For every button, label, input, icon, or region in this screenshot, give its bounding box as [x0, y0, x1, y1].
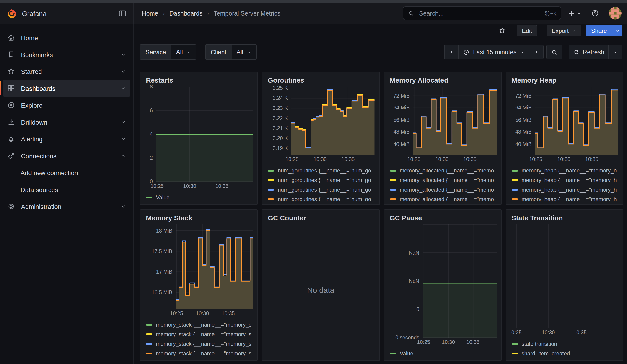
time-forward-button[interactable] [529, 45, 543, 59]
legend-item[interactable]: memory_stack {__name__="memory_s [146, 350, 253, 357]
chart-gc-pause[interactable]: NaNNaN00 seconds10:2510:3010:35Value [389, 224, 497, 357]
add-new-button[interactable] [568, 9, 581, 17]
sidebar-toggle-icon[interactable] [118, 9, 127, 18]
sidebar-item-dashboards[interactable]: Dashboards [3, 80, 130, 97]
legend-item[interactable]: num_goroutines {__name__="num_go [268, 186, 375, 193]
panel-title[interactable]: Restarts [146, 76, 253, 84]
legend-item[interactable]: num_goroutines {__name__="num_go [268, 167, 375, 174]
legend-item[interactable]: memory_allocated {__name__="memo [390, 186, 497, 193]
plot-area[interactable] [535, 87, 619, 155]
service-filter-value[interactable]: All [171, 45, 196, 59]
y-axis-labels: 3.25 K3.24 K3.23 K3.22 K3.21 K3.20 K3.19… [267, 87, 291, 155]
legend-item[interactable]: state transition [512, 340, 619, 347]
panel-title[interactable]: State Transition [512, 214, 619, 222]
legend-item[interactable]: memory_stack {__name__="memory_s [146, 340, 253, 347]
sidebar-item-alerting[interactable]: Alerting [3, 130, 130, 147]
chevron-down-icon [120, 204, 126, 209]
edit-button[interactable]: Edit [517, 25, 537, 37]
sidebar-item-bookmarks[interactable]: Bookmarks [3, 46, 130, 63]
y-axis-labels: 72 MiB64 MiB56 MiB48 MiB40 MiB [389, 87, 413, 155]
sidebar-item-administration[interactable]: Administration [3, 198, 130, 215]
chart-memory-stack[interactable]: 18 MiB17.5 MiB17 MiB16.5 MiB10:2510:3010… [145, 224, 253, 357]
legend-item[interactable]: memory_allocated {__name__="memo [390, 196, 497, 201]
grid-icon [7, 84, 15, 93]
sidebar-item-drilldown[interactable]: Drilldown [3, 113, 130, 130]
sidebar-item-home[interactable]: Home [3, 29, 130, 46]
chart-memory-allocated[interactable]: 72 MiB64 MiB56 MiB48 MiB40 MiB10:2510:30… [389, 87, 497, 201]
legend: memory_allocated {__name__="memomemory_a… [390, 164, 497, 201]
legend-swatch [512, 189, 518, 190]
panel-title[interactable]: Goroutines [268, 76, 375, 84]
legend-item[interactable]: memory_stack {__name__="memory_s [146, 321, 253, 328]
plot-area[interactable] [291, 87, 375, 155]
legend-item[interactable]: memory_heap {__name__="memory_h [512, 186, 619, 193]
legend-item[interactable]: memory_heap {__name__="memory_h [512, 167, 619, 174]
legend-swatch [146, 352, 152, 354]
chart-memory-heap[interactable]: 72 MiB64 MiB56 MiB48 MiB40 MiB10:2510:30… [511, 87, 619, 201]
legend-label: state transition [522, 341, 557, 347]
chart-state-transition[interactable]: 0:2510:3010:35state transitionshard_item… [511, 224, 619, 357]
panel-title[interactable]: GC Pause [390, 214, 497, 222]
plot-area[interactable] [156, 87, 253, 182]
zoom-out-button[interactable] [546, 45, 562, 59]
plot-area[interactable] [511, 224, 619, 328]
refresh-button[interactable]: Refresh [568, 45, 609, 59]
legend-item[interactable]: memory_allocated {__name__="memo [390, 167, 497, 174]
export-button[interactable]: Export [547, 25, 581, 37]
search-input[interactable] [418, 9, 541, 17]
sidebar-item-add-new-connection[interactable]: Add new connection [3, 164, 130, 181]
legend-item[interactable]: num_goroutines {__name__="num_go [268, 177, 375, 183]
chevron-down-icon [520, 50, 525, 54]
brand-name: Grafana [22, 9, 113, 17]
chart-restarts[interactable]: 8642010:2510:3010:35Value [145, 87, 253, 201]
legend-item[interactable]: memory_heap {__name__="memory_h [512, 196, 619, 201]
legend-swatch [512, 198, 518, 200]
panel-title[interactable]: Memory Heap [512, 76, 619, 84]
time-range-picker[interactable]: Last 15 minutes [459, 45, 529, 59]
clock-icon [463, 49, 470, 55]
legend-label: memory_heap {__name__="memory_h [522, 186, 617, 193]
sidebar-item-label: Dashboards [21, 85, 55, 92]
sidebar-item-starred[interactable]: Starred [3, 63, 130, 80]
legend-swatch [390, 169, 396, 171]
share-button[interactable]: Share [586, 25, 612, 37]
panel-title[interactable]: Memory Stack [146, 214, 253, 222]
legend-item[interactable]: num_goroutines {__name__="num_go [268, 196, 375, 201]
refresh-interval-dropdown[interactable] [608, 45, 623, 59]
avatar[interactable] [609, 7, 622, 20]
sidebar-item-label: Home [21, 34, 38, 41]
top-navigation: Grafana Home › Dashboards › Temporal Ser… [0, 3, 627, 24]
plot-area[interactable] [413, 87, 497, 155]
plot-area[interactable] [176, 224, 253, 309]
client-filter-value[interactable]: All [232, 45, 256, 59]
legend-item[interactable]: Value [390, 350, 497, 357]
panel-title[interactable]: GC Counter [268, 214, 375, 222]
sidebar-item-explore[interactable]: Explore [3, 97, 130, 113]
sidebar-item-label: Starred [21, 68, 42, 75]
legend-swatch [390, 198, 396, 200]
share-dropdown-button[interactable] [612, 25, 623, 37]
plot-area[interactable] [422, 224, 497, 338]
legend-item[interactable]: memory_stack {__name__="memory_s [146, 331, 253, 338]
chart-goroutines[interactable]: 3.25 K3.24 K3.23 K3.22 K3.21 K3.20 K3.19… [267, 87, 375, 201]
legend-item[interactable]: shard_item_created [512, 350, 619, 357]
panel-state-transition: State Transition 0:2510:3010:35state tra… [506, 209, 624, 361]
help-button[interactable] [591, 9, 599, 17]
legend-swatch [268, 198, 274, 200]
sidebar-item-connections[interactable]: Connections [3, 147, 130, 164]
panel-title[interactable]: Memory Allocated [390, 76, 497, 84]
legend-item[interactable]: memory_allocated {__name__="memo [390, 177, 497, 183]
time-back-button[interactable] [444, 45, 459, 59]
legend-label: num_goroutines {__name__="num_go [278, 177, 371, 183]
sidebar-item-data-sources[interactable]: Data sources [3, 181, 130, 198]
favorite-star-button[interactable] [497, 26, 507, 35]
breadcrumb-home[interactable]: Home [142, 10, 158, 17]
legend-item[interactable]: Value [146, 194, 253, 201]
legend-item[interactable]: memory_heap {__name__="memory_h [512, 177, 619, 183]
search-box[interactable]: ⌘+k [403, 6, 561, 20]
legend-label: memory_stack {__name__="memory_s [156, 350, 252, 357]
x-axis-labels: 10:2510:3010:35 [156, 182, 253, 190]
breadcrumb-dashboards[interactable]: Dashboards [169, 10, 203, 17]
chevron-down-icon [186, 50, 191, 54]
chevron-down-icon [576, 11, 581, 16]
